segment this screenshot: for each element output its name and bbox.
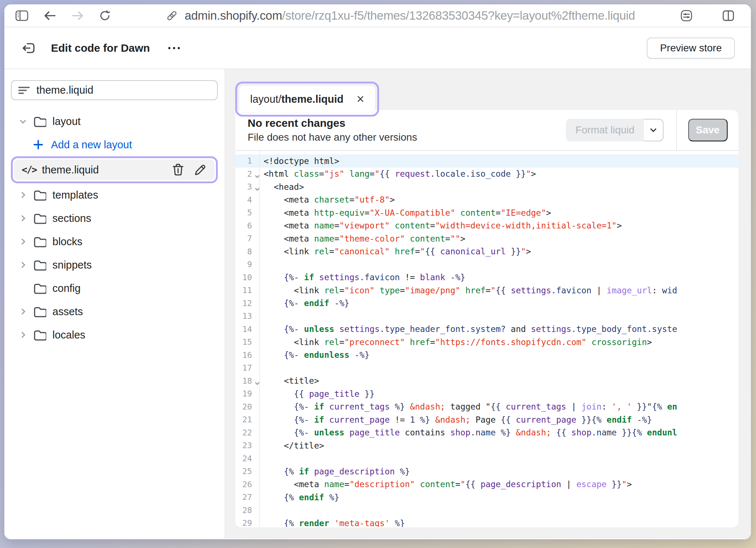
tree-item-label: snippets: [52, 259, 92, 271]
code-line-9[interactable]: 9: [235, 258, 739, 271]
page-settings-icon[interactable]: [680, 9, 693, 22]
tree-item-label: templates: [52, 189, 98, 201]
tree-item-label: sections: [52, 212, 91, 224]
code-line-7[interactable]: 7 <meta name="theme-color" content="">: [235, 232, 739, 245]
code-line-20[interactable]: 20 {%- if current_tags %} &ndash; tagged…: [235, 400, 739, 414]
code-line-25[interactable]: 25 {% if page_description %}: [235, 465, 739, 478]
chevron-right-icon[interactable]: [19, 332, 25, 338]
line-number: 14: [243, 325, 260, 334]
sidebar-toggle-icon[interactable]: [15, 10, 28, 21]
code-line-1[interactable]: 1<!doctype html>: [235, 154, 739, 168]
code-line-19[interactable]: 19 {{ page_title }}: [235, 387, 739, 400]
code-line-18[interactable]: 18 <title>: [235, 375, 739, 388]
address-bar[interactable]: admin.shopify.com/store/rzq1xu-f5/themes…: [166, 4, 635, 27]
code-editor[interactable]: 1<!doctype html>2<html class="js" lang="…: [235, 151, 739, 527]
code-line-28[interactable]: 28: [235, 504, 739, 517]
sidebar-folder-snippets[interactable]: snippets: [11, 253, 218, 277]
chevron-right-icon[interactable]: [19, 262, 25, 268]
url-path: /store/rzq1xu-f5/themes/132683530345?key…: [282, 9, 635, 22]
chevron-down-icon: [650, 126, 657, 132]
code-line-15[interactable]: 15 <link rel="preconnect" href="https://…: [235, 336, 739, 349]
pencil-icon[interactable]: [194, 164, 206, 176]
tab-layout-theme-liquid[interactable]: layout/theme.liquid ×: [239, 86, 375, 113]
folder-icon: [33, 236, 47, 247]
line-number: 24: [243, 454, 260, 463]
back-icon[interactable]: [44, 11, 56, 21]
code-line-13[interactable]: 13: [235, 310, 739, 323]
code-line-11[interactable]: 11 <link rel="icon" type="image/png" hre…: [235, 284, 739, 297]
chevron-right-icon[interactable]: [19, 215, 25, 222]
tree-item-label: config: [52, 282, 80, 294]
tree-item-label: locales: [52, 329, 85, 341]
code-line-29[interactable]: 29 {% render 'meta-tags' %}: [235, 517, 739, 527]
code-line-26[interactable]: 26 <meta name="description" content="{{ …: [235, 478, 739, 491]
sidebar-folder-config[interactable]: config: [11, 277, 218, 300]
code-line-8[interactable]: 8 <link rel="canonical" href="{{ canonic…: [235, 245, 739, 258]
exit-icon[interactable]: [20, 40, 37, 56]
browser-window: admin.shopify.com/store/rzq1xu-f5/themes…: [4, 4, 751, 539]
code-line-17[interactable]: 17: [235, 361, 739, 375]
line-number: 9: [247, 260, 259, 269]
line-number: 19: [243, 389, 260, 398]
chevron-down-icon[interactable]: [20, 117, 26, 124]
filter-icon: [18, 86, 30, 95]
desktop-background: admin.shopify.com/store/rzq1xu-f5/themes…: [0, 0, 756, 548]
reload-icon[interactable]: [99, 10, 111, 21]
sidebar-folder-assets[interactable]: assets: [11, 300, 218, 323]
save-button[interactable]: Save: [688, 119, 728, 141]
code-line-3[interactable]: 3 <head>: [235, 180, 739, 193]
tree-item-label: assets: [52, 306, 83, 318]
sidebar-file-theme-liquid[interactable]: </>theme.liquid: [14, 160, 214, 180]
code-line-27[interactable]: 27 {% endif %}: [235, 491, 739, 504]
code-line-22[interactable]: 22 {%- unless page_title contains shop.n…: [235, 426, 739, 439]
url-domain: admin.shopify.com: [185, 9, 282, 22]
format-liquid-split-button: Format liquid: [566, 119, 664, 141]
line-number: 13: [243, 312, 260, 321]
code-line-16[interactable]: 16 {%- endunless -%}: [235, 349, 739, 362]
line-number: 6: [247, 221, 259, 230]
folder-icon: [33, 212, 47, 224]
code-line-23[interactable]: 23 </title>: [235, 439, 739, 452]
line-number: 7: [247, 234, 259, 243]
line-number: 4: [247, 195, 259, 204]
code-line-10[interactable]: 10 {%- if settings.favicon != blank -%}: [235, 271, 739, 284]
line-number: 16: [243, 351, 260, 360]
page-title: Edit code for Dawn: [51, 42, 150, 54]
selected-file-focus-ring: </>theme.liquid: [11, 156, 218, 183]
sidebar-folder-sections[interactable]: sections: [11, 207, 218, 230]
active-tab-focus-ring: layout/theme.liquid ×: [235, 82, 379, 117]
sidebar-folder-blocks[interactable]: blocks: [11, 230, 218, 253]
line-number: 15: [243, 337, 260, 347]
line-number: 10: [243, 273, 260, 282]
close-icon[interactable]: ×: [357, 93, 364, 106]
sidebar-folder-templates[interactable]: templates: [11, 183, 218, 207]
sidebar-folder-locales[interactable]: locales: [11, 323, 218, 347]
code-line-5[interactable]: 5 <meta http-equiv="X-UA-Compatible" con…: [235, 206, 739, 219]
code-line-21[interactable]: 21 {%- if current_page != 1 %} &ndash; P…: [235, 413, 739, 426]
line-number: 29: [243, 518, 260, 527]
folder-icon: [33, 189, 47, 201]
format-liquid-button[interactable]: Format liquid: [566, 119, 644, 141]
code-line-6[interactable]: 6 <meta name="viewport" content="width=d…: [235, 219, 739, 232]
format-options-dropdown[interactable]: [644, 119, 664, 141]
line-number: 8: [247, 247, 259, 256]
folder-icon: [33, 116, 47, 127]
trash-icon[interactable]: [172, 164, 184, 176]
preview-store-button[interactable]: Preview store: [647, 38, 735, 59]
code-line-14[interactable]: 14 {%- unless settings.type_header_font.…: [235, 323, 739, 336]
code-line-2[interactable]: 2<html class="js" lang="{{ request.local…: [235, 168, 739, 181]
app-header: Edit code for Dawn Preview store: [4, 27, 751, 69]
chevron-right-icon[interactable]: [19, 192, 25, 198]
file-search-box[interactable]: [11, 80, 218, 100]
forward-icon[interactable]: [71, 11, 84, 21]
more-actions-icon[interactable]: [165, 44, 183, 52]
code-line-4[interactable]: 4 <meta charset="utf-8">: [235, 193, 739, 207]
code-line-12[interactable]: 12 {%- endif -%}: [235, 297, 739, 310]
sidebar-folder-layout[interactable]: layout: [11, 110, 218, 133]
code-line-24[interactable]: 24: [235, 452, 739, 465]
search-input[interactable]: [36, 84, 210, 96]
split-view-icon[interactable]: [722, 10, 734, 21]
chevron-right-icon[interactable]: [19, 239, 25, 245]
sidebar-action-add-a-new-layout[interactable]: Add a new layout: [11, 133, 218, 156]
chevron-right-icon[interactable]: [19, 309, 25, 315]
